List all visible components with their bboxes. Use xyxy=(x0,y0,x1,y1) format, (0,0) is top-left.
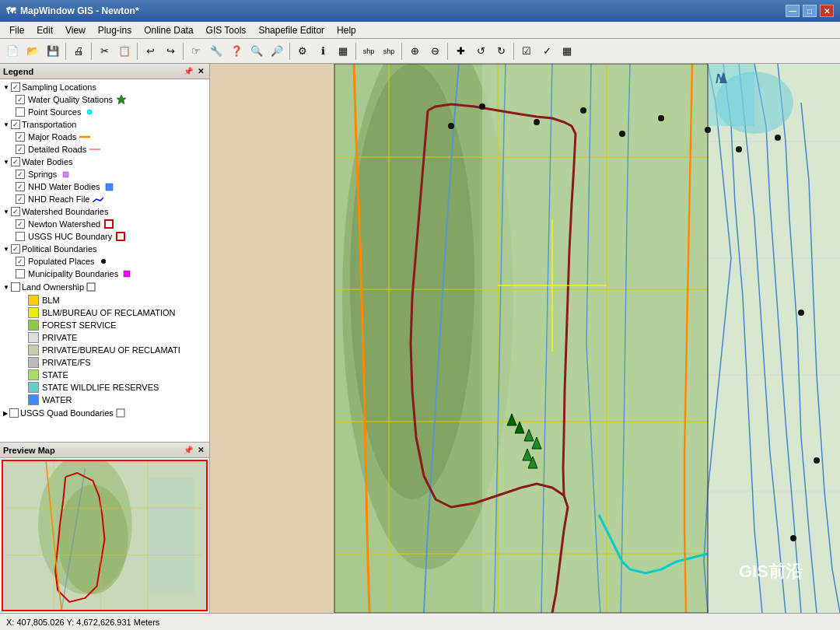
help-button[interactable]: ❓ xyxy=(227,42,246,61)
menu-plugins[interactable]: Plug-ins xyxy=(92,23,138,37)
symbol-nhd-reach xyxy=(93,194,103,205)
minimize-button[interactable]: — xyxy=(786,5,800,17)
collapse-transportation[interactable]: ▼ xyxy=(3,121,9,128)
shp-button-1[interactable]: shp xyxy=(359,42,378,61)
legend-group-water-bodies-header[interactable]: ▼ Water Bodies xyxy=(0,156,209,168)
legend-item-point-sources[interactable]: Point Sources xyxy=(0,106,209,118)
info-button[interactable]: ℹ xyxy=(313,42,332,61)
menu-gis-tools[interactable]: GIS Tools xyxy=(200,23,253,37)
cut-button[interactable]: ✂ xyxy=(95,42,114,61)
menu-online-data[interactable]: Online Data xyxy=(138,23,199,37)
undo-button[interactable]: ↩ xyxy=(141,42,159,61)
swatch-private-recl xyxy=(28,345,39,355)
checkbox-usgs-quad[interactable] xyxy=(9,408,19,418)
print-button[interactable]: 🖨 xyxy=(69,42,88,61)
shp-button-2[interactable]: shp xyxy=(380,42,398,61)
grid2-button[interactable]: ▦ xyxy=(558,42,576,61)
tools-button[interactable]: 🔧 xyxy=(207,42,226,61)
legend-close-button[interactable]: ✕ xyxy=(195,66,206,77)
preview-pin-button[interactable]: 📌 xyxy=(183,445,194,456)
checkbox-land-ownership[interactable] xyxy=(11,282,20,292)
maximize-button[interactable]: □ xyxy=(803,5,817,17)
collapse-usgs-quad[interactable]: ▶ xyxy=(3,410,8,417)
map-area[interactable]: N GIS前沿 xyxy=(210,64,840,613)
svg-point-1 xyxy=(87,110,92,114)
checkbox-point-sources[interactable] xyxy=(16,107,25,117)
legend-sub-blm-recl: BLM/BUREAU OF RECLAMATION xyxy=(0,306,209,319)
redo-button[interactable]: ↪ xyxy=(161,42,180,61)
legend-item-major-roads[interactable]: Major Roads xyxy=(0,131,209,143)
checkbox-watershed[interactable] xyxy=(11,207,20,216)
legend-group-watershed-header[interactable]: ▼ Watershed Boundaries xyxy=(0,205,209,218)
rotate-right-button[interactable]: ↻ xyxy=(492,42,510,61)
legend-item-newton-watershed[interactable]: Newton Watershed xyxy=(0,218,209,230)
close-button[interactable]: ✕ xyxy=(820,5,834,17)
main-area: Legend 📌 ✕ ▼ Sampling Locations xyxy=(0,64,840,613)
checkbox-water-bodies[interactable] xyxy=(11,157,20,166)
checkbox-major-roads[interactable] xyxy=(16,132,25,142)
svg-rect-9 xyxy=(124,271,130,277)
checkbox-usgs-huc[interactable] xyxy=(16,232,25,241)
legend-item-springs[interactable]: Springs xyxy=(0,168,209,180)
preview-map-content[interactable] xyxy=(2,460,208,611)
checkbox-political[interactable] xyxy=(11,244,20,254)
save-button[interactable]: 💾 xyxy=(44,42,62,61)
grid-button[interactable]: ▦ xyxy=(334,42,352,61)
check-button[interactable]: ✓ xyxy=(537,42,556,61)
preview-header: Preview Map 📌 ✕ xyxy=(0,443,209,458)
menu-edit[interactable]: Edit xyxy=(30,23,59,37)
legend-group-transportation-label: Transportation xyxy=(22,120,77,129)
legend-group-usgs-quad-header[interactable]: ▶ USGS Quad Boundaries xyxy=(0,406,209,420)
svg-rect-5 xyxy=(106,184,113,191)
collapse-political[interactable]: ▼ xyxy=(3,246,9,253)
checkbox-sampling[interactable] xyxy=(11,82,20,92)
legend-item-municipality[interactable]: Municipality Boundaries xyxy=(0,268,209,280)
legend-item-detailed-roads[interactable]: Detailed Roads xyxy=(0,143,209,156)
legend-pin-button[interactable]: 📌 xyxy=(183,66,194,77)
zoom-in-button[interactable]: 🔍 xyxy=(247,42,266,61)
legend-group-political-header[interactable]: ▼ Political Boundaries xyxy=(0,243,209,255)
checkbox-municipality[interactable] xyxy=(16,269,25,278)
collapse-watershed[interactable]: ▼ xyxy=(3,208,9,215)
swatch-blm-recl xyxy=(28,307,39,318)
collapse-water-bodies[interactable]: ▼ xyxy=(3,159,9,166)
legend-item-usgs-huc[interactable]: USGS HUC Boundary xyxy=(0,230,209,243)
pan-button[interactable]: ☞ xyxy=(187,42,205,61)
menu-shapefile-editor[interactable]: Shapefile Editor xyxy=(252,23,331,37)
legend-group-transportation-header[interactable]: ▼ Transportation xyxy=(0,118,209,131)
menu-file[interactable]: File xyxy=(3,23,30,37)
new-button[interactable]: 📄 xyxy=(3,42,22,61)
collapse-sampling[interactable]: ▼ xyxy=(3,84,9,91)
legend-item-nhd-reach[interactable]: NHD Reach File xyxy=(0,193,209,205)
open-button[interactable]: 📂 xyxy=(23,42,42,61)
checkbox-detailed-roads[interactable] xyxy=(16,145,25,154)
legend-item-water-quality[interactable]: Water Quality Stations xyxy=(0,93,209,106)
settings-button[interactable]: ⚙ xyxy=(293,42,312,61)
legend-group-sampling-header[interactable]: ▼ Sampling Locations xyxy=(0,81,209,93)
checkbox-water-quality[interactable] xyxy=(16,95,25,104)
symbol-newton-watershed xyxy=(103,219,114,229)
add-layer-button[interactable]: ⊕ xyxy=(405,42,424,61)
checkbox-nhd-water[interactable] xyxy=(16,182,25,191)
menu-view[interactable]: View xyxy=(59,23,92,37)
checkbox-button[interactable]: ☑ xyxy=(517,42,536,61)
crosshair-button[interactable]: ✚ xyxy=(451,42,470,61)
legend-item-populated-places[interactable]: Populated Places xyxy=(0,255,209,268)
collapse-land-ownership[interactable]: ▼ xyxy=(3,284,9,291)
checkbox-populated-places[interactable] xyxy=(16,257,25,266)
checkbox-nhd-reach[interactable] xyxy=(16,194,25,204)
preview-close-button[interactable]: ✕ xyxy=(195,445,206,456)
menu-help[interactable]: Help xyxy=(331,23,362,37)
remove-layer-button[interactable]: ⊖ xyxy=(425,42,444,61)
legend-item-nhd-water[interactable]: NHD Water Bodies xyxy=(0,180,209,193)
copy-button[interactable]: 📋 xyxy=(115,42,134,61)
toolbar-sep-5 xyxy=(289,43,290,60)
rotate-left-button[interactable]: ↺ xyxy=(471,42,490,61)
checkbox-transportation[interactable] xyxy=(11,120,20,129)
checkbox-springs[interactable] xyxy=(16,170,25,179)
checkbox-newton-watershed[interactable] xyxy=(16,219,25,229)
legend-group-land-ownership-header[interactable]: ▼ Land Ownership xyxy=(0,280,209,294)
legend-label-newton-watershed: Newton Watershed xyxy=(28,219,100,229)
toolbar: 📄 📂 💾 🖨 ✂ 📋 ↩ ↪ ☞ 🔧 ❓ 🔍 🔎 ⚙ ℹ ▦ shp shp … xyxy=(0,39,840,64)
zoom-out-button[interactable]: 🔎 xyxy=(268,42,286,61)
